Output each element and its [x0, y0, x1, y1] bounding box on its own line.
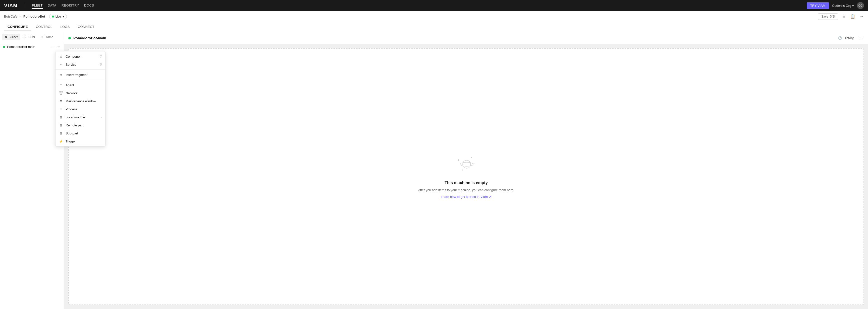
nav-divider [26, 3, 26, 8]
menu-item-agent-label: Agent [66, 83, 74, 87]
menu-item-maintenance-window-label: Maintenance window [66, 99, 96, 103]
live-badge[interactable]: Live ▾ [49, 14, 67, 19]
main-layout: ✕ Builder {} JSON ⊞ Frame PomodoroBot-ma… [0, 32, 868, 309]
history-button[interactable]: 🕐 History [836, 35, 856, 41]
trigger-icon: ⚡ [59, 139, 63, 143]
get-started-link-text: Learn how to get started in Viam [441, 195, 488, 199]
org-selector[interactable]: Coders's Org ▾ [832, 4, 854, 7]
menu-item-process[interactable]: ≡ Process [56, 105, 105, 113]
component-shortcut: C [99, 55, 102, 58]
tab-connect[interactable]: CONNECT [74, 23, 98, 31]
machine-item-container: PomodoroBot-main ··· ＋ ◇ Component C ⊹ S… [0, 42, 64, 52]
menu-item-local-module[interactable]: ⊞ Local module › [56, 113, 105, 121]
menu-item-trigger[interactable]: ⚡ Trigger [56, 137, 105, 145]
menu-item-network[interactable]: Network [56, 89, 105, 97]
menu-item-service[interactable]: ⊹ Service S [56, 61, 105, 68]
menu-item-insert-fragment[interactable]: ❧ Insert fragment [56, 71, 105, 79]
component-icon: ◇ [59, 55, 63, 59]
history-label: History [844, 36, 854, 40]
menu-item-service-label: Service [66, 63, 76, 66]
live-dot-icon [52, 15, 54, 18]
machine-panel-more-button[interactable]: ··· [858, 34, 864, 42]
empty-state-illustration [454, 155, 479, 176]
service-shortcut: S [100, 63, 102, 66]
machine-add-icon[interactable]: ＋ [57, 44, 61, 49]
remote-part-icon: ⊞ [59, 123, 63, 127]
org-name: Coders's Org [832, 4, 851, 7]
menu-item-local-module-label: Local module [66, 115, 85, 119]
tab-configure[interactable]: CONFIGURE [4, 23, 31, 31]
copy-icon-button[interactable]: 📋 [849, 13, 856, 20]
live-chevron-icon: ▾ [63, 15, 64, 18]
avatar[interactable]: CC [857, 2, 864, 9]
menu-item-insert-fragment-label: Insert fragment [66, 73, 87, 77]
sub-tab-frame[interactable]: ⊞ Frame [38, 34, 56, 40]
sub-tab-json-label: JSON [27, 35, 35, 39]
nav-registry[interactable]: REGISTRY [62, 2, 79, 9]
monitor-icon-button[interactable]: 🖥 [841, 13, 847, 20]
service-icon: ⊹ [59, 63, 63, 66]
svg-rect-2 [61, 94, 62, 95]
machine-more-icon[interactable]: ··· [52, 45, 55, 49]
menu-item-sub-part[interactable]: ⊞ Sub-part [56, 129, 105, 137]
machine-panel-title: PomodoroBot-main [73, 36, 834, 40]
svg-rect-1 [62, 92, 63, 92]
machine-item-label: PomodoroBot-main [7, 45, 50, 49]
sub-tab-builder[interactable]: ✕ Builder [2, 34, 20, 40]
sub-tab-json[interactable]: {} JSON [21, 34, 37, 40]
menu-divider-1 [56, 69, 105, 70]
sub-part-icon: ⊞ [59, 131, 63, 135]
save-button[interactable]: Save ⌘S [818, 13, 838, 20]
tab-logs[interactable]: LOGS [57, 23, 73, 31]
empty-state: This machine is empty After you add item… [68, 48, 864, 305]
breadcrumb-current: PomodoroBot [23, 14, 45, 18]
machine-panel-dot [68, 37, 71, 39]
menu-item-component-label: Component [66, 55, 82, 59]
menu-divider-2 [56, 80, 105, 80]
tab-control[interactable]: CONTROL [32, 23, 56, 31]
local-module-arrow-icon: › [101, 115, 102, 119]
sidebar-sub-tabs: ✕ Builder {} JSON ⊞ Frame [0, 32, 64, 42]
menu-item-remote-part[interactable]: ⊞ Remote part [56, 121, 105, 129]
sub-tab-builder-label: Builder [8, 35, 18, 39]
svg-point-7 [463, 160, 471, 168]
save-shortcut: ⌘S [830, 15, 835, 18]
nav-data[interactable]: DATA [48, 2, 57, 9]
sidebar: ✕ Builder {} JSON ⊞ Frame PomodoroBot-ma… [0, 32, 64, 309]
logo: VIAM [4, 3, 18, 8]
main-content: PomodoroBot-main 🕐 History ··· [64, 32, 868, 309]
menu-item-network-label: Network [66, 91, 78, 95]
breadcrumb-actions: Save ⌘S 🖥 📋 ··· [818, 13, 864, 20]
nav-docs[interactable]: DOCS [84, 2, 94, 9]
menu-item-maintenance-window[interactable]: ⚙ Maintenance window [56, 97, 105, 105]
org-chevron-icon: ▾ [852, 4, 854, 7]
network-icon [59, 91, 63, 95]
get-started-link[interactable]: Learn how to get started in Viam ↗ [441, 195, 492, 199]
menu-item-trigger-label: Trigger [66, 139, 76, 143]
save-label: Save [821, 15, 828, 18]
external-link-icon: ↗ [489, 195, 492, 199]
history-clock-icon: 🕐 [838, 36, 842, 40]
live-label: Live [56, 15, 61, 18]
sidebar-machine-item[interactable]: PomodoroBot-main ··· ＋ [0, 42, 64, 52]
machine-panel-header: PomodoroBot-main 🕐 History ··· [64, 32, 868, 44]
agent-icon: □ [59, 83, 63, 87]
add-item-dropdown: ◇ Component C ⊹ Service S ❧ Insert fragm… [55, 51, 105, 146]
frame-icon: ⊞ [40, 35, 43, 39]
empty-state-subtitle: After you add items to your machine, you… [418, 188, 515, 192]
try-viam-button[interactable]: TRY VIAM [807, 2, 829, 9]
builder-icon: ✕ [4, 35, 7, 39]
tab-bar: CONFIGURE CONTROL LOGS CONNECT [0, 22, 868, 32]
process-icon: ≡ [59, 107, 63, 111]
nav-fleet[interactable]: FLEET [32, 2, 43, 9]
more-options-button[interactable]: ··· [859, 13, 864, 20]
maintenance-window-icon: ⚙ [59, 99, 63, 103]
breadcrumb-parent[interactable]: BotsCafe [4, 14, 17, 18]
breadcrumb-bar: BotsCafe > PomodoroBot Live ▾ Save ⌘S 🖥 … [0, 11, 868, 22]
menu-item-agent[interactable]: □ Agent [56, 81, 105, 89]
menu-item-sub-part-label: Sub-part [66, 131, 78, 135]
machine-status-dot [3, 46, 5, 48]
menu-item-process-label: Process [66, 107, 78, 111]
menu-item-component[interactable]: ◇ Component C [56, 53, 105, 61]
sub-tab-frame-label: Frame [44, 35, 53, 39]
